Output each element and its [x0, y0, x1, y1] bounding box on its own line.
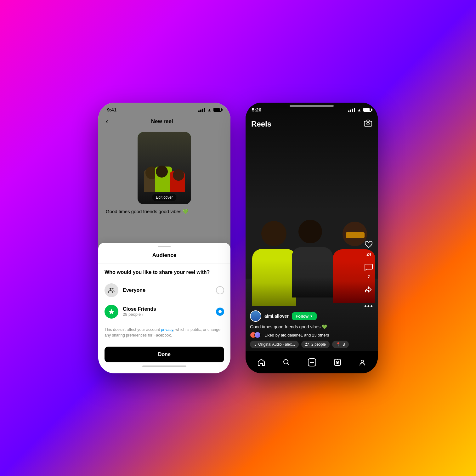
nav-bar: ‹ New reel — [98, 114, 230, 129]
audience-option-everyone[interactable]: Everyone — [98, 280, 230, 301]
right-status-icons: ▲ — [348, 107, 371, 112]
privacy-link[interactable]: privacy — [161, 327, 173, 332]
right-status-bar: 5:26 ▲ — [246, 103, 378, 114]
reels-header: Reels — [246, 116, 378, 132]
reel-caption-preview: Good times good friends good vibes 💚 — [98, 204, 230, 219]
home-icon — [257, 359, 265, 366]
like-count: 24 — [366, 252, 371, 257]
user-avatar[interactable] — [250, 310, 261, 322]
svg-point-4 — [367, 122, 369, 125]
reel-meta-row: ♫ Original Audio · alex... 2 p — [250, 341, 359, 348]
sheet-question: Who would you like to share your reel wi… — [98, 264, 230, 280]
audio-pill[interactable]: ♫ Original Audio · alex... — [250, 341, 299, 348]
everyone-icon — [105, 283, 118, 297]
like-avatar-2 — [254, 332, 261, 338]
more-action[interactable]: ••• — [364, 302, 373, 310]
comment-action[interactable]: 7 — [364, 263, 373, 279]
left-time: 9:41 — [107, 107, 116, 112]
page-title: New reel — [108, 118, 216, 125]
tag-icon-svg — [305, 342, 309, 346]
reels-icon — [334, 359, 341, 366]
edit-cover-button[interactable]: Edit cover — [152, 194, 176, 201]
star-icon-svg — [108, 308, 115, 315]
left-status-bar: 9:41 ▲ — [98, 103, 230, 114]
reel-likes-row: Liked by alo.daiaine1 and 23 others — [250, 332, 359, 338]
search-icon — [283, 359, 290, 366]
left-status-icons: ▲ — [198, 107, 222, 112]
people-count: 2 people — [311, 342, 326, 347]
sheet-title: Audience — [98, 250, 230, 264]
close-friends-text: Close Friends 28 people › — [123, 306, 212, 317]
audience-sheet: Audience Who would you like to share you… — [98, 243, 230, 374]
left-phone-background: 9:41 ▲ ‹ New reel — [98, 103, 230, 263]
reel-caption: Good times good friends good vibes 💚 — [250, 324, 359, 329]
everyone-text: Everyone — [123, 287, 212, 293]
privacy-note-before: This doesn't affect your account — [105, 327, 161, 332]
nav-reels[interactable] — [334, 359, 341, 366]
radio-dot — [218, 310, 222, 313]
bottom-nav — [246, 351, 378, 373]
sheet-handle — [158, 246, 171, 247]
reels-title: Reels — [251, 120, 271, 128]
svg-point-6 — [308, 343, 309, 344]
close-friends-title: Close Friends — [123, 306, 212, 312]
left-phone: 9:41 ▲ ‹ New reel — [98, 103, 230, 373]
follow-button[interactable]: Follow ▼ — [292, 312, 317, 320]
battery-icon — [213, 108, 222, 112]
svg-point-15 — [361, 360, 364, 363]
privacy-note: This doesn't affect your account privacy… — [98, 322, 230, 343]
comment-icon — [364, 263, 373, 273]
caption-text: Good times good friends good vibes 💚 — [106, 209, 189, 214]
add-icon — [308, 358, 316, 367]
close-friends-radio-selected[interactable] — [216, 308, 224, 316]
svg-marker-2 — [109, 309, 114, 314]
comment-count: 7 — [368, 275, 370, 279]
signal-icon — [198, 108, 205, 112]
nav-search[interactable] — [283, 359, 290, 366]
svg-point-0 — [110, 288, 111, 290]
everyone-radio[interactable] — [216, 286, 224, 294]
svg-point-12 — [335, 359, 336, 360]
likes-text: Liked by alo.daiaine1 and 23 others — [264, 333, 329, 337]
people-tag-icon — [305, 342, 309, 347]
back-button[interactable]: ‹ — [106, 117, 108, 126]
phones-container: 9:41 ▲ ‹ New reel — [98, 103, 378, 373]
done-button[interactable]: Done — [105, 347, 224, 362]
share-action[interactable] — [364, 286, 373, 296]
svg-point-11 — [337, 362, 338, 363]
music-icon: ♫ — [254, 343, 256, 346]
like-avatars — [250, 332, 259, 338]
svg-rect-3 — [364, 121, 372, 126]
location-label: B — [343, 342, 345, 347]
svg-point-14 — [338, 359, 339, 360]
camera-button[interactable] — [364, 120, 372, 128]
more-icon: ••• — [364, 302, 373, 310]
reel-user-row: aimi.allover Follow ▼ — [250, 310, 359, 322]
svg-point-5 — [305, 343, 307, 344]
like-action[interactable]: 24 — [364, 240, 373, 257]
home-indicator — [142, 366, 186, 367]
people-pill[interactable]: 2 people — [301, 341, 330, 348]
right-time: 5:26 — [252, 107, 261, 112]
location-pill[interactable]: 📍 B — [332, 341, 349, 348]
close-friends-subtitle: 28 people › — [123, 312, 212, 317]
location-icon: 📍 — [336, 342, 341, 347]
right-phone-content: 5:26 ▲ Reels — [246, 103, 378, 373]
audio-label: Original Audio · alex... — [258, 342, 295, 347]
nav-add[interactable] — [308, 358, 316, 367]
nav-home[interactable] — [257, 359, 265, 366]
right-phone: 5:26 ▲ Reels — [246, 103, 378, 373]
username[interactable]: aimi.allover — [264, 314, 289, 319]
right-battery-icon — [363, 108, 371, 112]
close-friends-icon — [105, 305, 118, 319]
heart-icon — [364, 240, 373, 251]
reel-bottom-info: aimi.allover Follow ▼ Good times good fr… — [250, 310, 359, 348]
svg-point-1 — [112, 288, 114, 289]
video-thumbnail: Edit cover — [138, 132, 191, 204]
comment-icon-svg — [364, 263, 373, 271]
nav-profile[interactable] — [359, 359, 366, 366]
right-wifi-icon: ▲ — [357, 107, 361, 112]
profile-icon — [359, 359, 366, 366]
audience-option-close-friends[interactable]: Close Friends 28 people › — [98, 301, 230, 322]
share-icon-svg — [364, 286, 373, 294]
